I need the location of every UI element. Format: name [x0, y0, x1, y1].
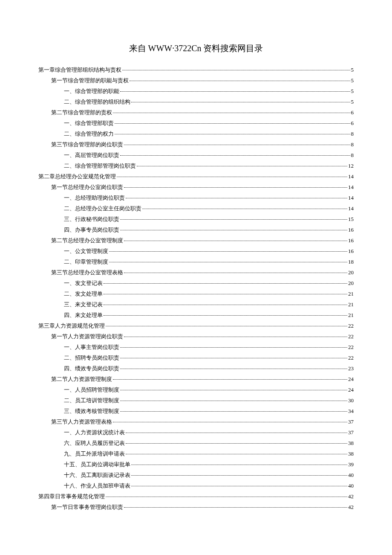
toc-entry[interactable]: 第三节综合管理部的岗位职责8	[38, 142, 354, 147]
toc-entry[interactable]: 二、综合管理部的组织结构5	[38, 99, 354, 105]
toc-entry[interactable]: 二、总经理办公室主任岗位职责14	[38, 206, 354, 211]
toc-leader-dots	[120, 411, 347, 412]
toc-leader-dots	[106, 497, 347, 497]
toc-entry[interactable]: 四、绩效专员岗位职责23	[38, 366, 354, 371]
toc-entry[interactable]: 一、发文登记表20	[38, 280, 354, 286]
toc-leader-dots	[124, 273, 347, 273]
toc-label: 四、绩效专员岗位职责	[64, 366, 119, 371]
toc-page-number: 22	[348, 334, 354, 339]
toc-label: 一、综合管理部的职能	[64, 88, 119, 94]
toc-label: 一、公文管理制度	[64, 248, 108, 254]
toc-page-number: 20	[348, 280, 354, 286]
toc-entry[interactable]: 二、员工培训管理制度30	[38, 398, 354, 403]
toc-entry[interactable]: 一、综合管理部职责6	[38, 120, 354, 126]
toc-label: 二、综合管理部管理岗位职责	[64, 163, 136, 169]
toc-leader-dots	[126, 454, 347, 454]
toc-label: 第三节人力资源管理表格	[51, 419, 112, 424]
toc-page-number: 40	[348, 483, 354, 488]
toc-label: 第三节综合管理部的岗位职责	[51, 142, 123, 147]
toc-entry[interactable]: 三、来文登记表21	[38, 302, 354, 307]
toc-label: 四、来文处理单	[64, 312, 103, 318]
toc-entry[interactable]: 第一节综合管理部的职能与责权5	[38, 78, 354, 83]
toc-label: 十五、员工岗位调动审批单	[64, 462, 130, 467]
toc-entry[interactable]: 第一节人力资源管理岗位职责22	[38, 334, 354, 339]
toc-leader-dots	[130, 81, 350, 81]
toc-leader-dots	[124, 337, 347, 337]
toc-leader-dots	[115, 123, 350, 124]
toc-page-number: 22	[348, 355, 354, 360]
toc-leader-dots	[113, 422, 347, 422]
toc-label: 第二节总经理办公室管理制度	[51, 238, 123, 243]
toc-page-number: 14	[348, 195, 354, 200]
toc-entry[interactable]: 第一节总经理办公室岗位职责14	[38, 184, 354, 190]
toc-entry[interactable]: 六、应聘人员履历登记表38	[38, 440, 354, 446]
toc-page-number: 30	[348, 398, 354, 403]
toc-page-number: 8	[351, 131, 354, 137]
toc-leader-dots	[104, 315, 347, 316]
toc-entry[interactable]: 三、绩效考核管理制度34	[38, 408, 354, 414]
toc-page-number: 14	[348, 174, 354, 179]
toc-page-number: 24	[348, 376, 354, 382]
toc-entry[interactable]: 一、人员招聘管理制度24	[38, 387, 354, 392]
toc-entry[interactable]: 二、综合管理部管理岗位职责12	[38, 163, 354, 169]
toc-entry[interactable]: 一、人力资源状况统计表37	[38, 430, 354, 435]
toc-entry[interactable]: 二、印章管理制度18	[38, 259, 354, 264]
toc-page-number: 22	[348, 323, 354, 328]
toc-entry[interactable]: 第二节综合管理部的责权6	[38, 110, 354, 115]
toc-label: 一、高层管理岗位职责	[64, 152, 119, 158]
toc-label: 十六、员工离职面谈记录表	[64, 472, 130, 478]
toc-page-number: 42	[348, 504, 354, 510]
toc-leader-dots	[120, 390, 347, 390]
toc-page-number: 40	[348, 472, 354, 478]
toc-page-number: 14	[348, 206, 354, 211]
toc-leader-dots	[124, 241, 347, 241]
toc-label: 第一节综合管理部的职能与责权	[51, 78, 129, 83]
toc-entry[interactable]: 一、人事主管岗位职责22	[38, 344, 354, 350]
toc-leader-dots	[115, 134, 350, 134]
toc-page-number: 8	[351, 152, 354, 158]
toc-page-number: 38	[348, 451, 354, 456]
toc-entry[interactable]: 一、高层管理岗位职责8	[38, 152, 354, 158]
toc-page-number: 23	[348, 366, 354, 371]
toc-entry[interactable]: 一、公文管理制度16	[38, 248, 354, 254]
toc-label: 第三节总经理办公室管理表格	[51, 270, 123, 275]
table-of-contents: 第一章综合管理部组织结构与责权5第一节综合管理部的职能与责权5一、综合管理部的职…	[38, 67, 354, 510]
toc-entry[interactable]: 九、员工外派培训申请表38	[38, 451, 354, 456]
toc-label: 一、综合管理部职责	[64, 120, 114, 126]
toc-page-number: 39	[348, 462, 354, 467]
toc-entry[interactable]: 第一章综合管理部组织结构与责权5	[38, 67, 354, 73]
toc-entry[interactable]: 第二节总经理办公室管理制度16	[38, 238, 354, 243]
page-title: 来自 WWW·3722Cn 资料搜索网目录	[38, 43, 354, 54]
toc-page-number: 21	[348, 302, 354, 307]
toc-entry[interactable]: 二、综合管理的权力8	[38, 131, 354, 137]
toc-label: 三、来文登记表	[64, 302, 103, 307]
toc-label: 一、人员招聘管理制度	[64, 387, 119, 392]
toc-entry[interactable]: 三、行政秘书岗位职责15	[38, 216, 354, 222]
toc-entry[interactable]: 十八、作业人员加班申请表40	[38, 483, 354, 488]
toc-entry[interactable]: 第二节人力资源管理制度24	[38, 376, 354, 382]
toc-entry[interactable]: 二、招聘专员岗位职责22	[38, 355, 354, 360]
toc-label: 第二节综合管理部的责权	[51, 110, 112, 115]
toc-entry[interactable]: 二、发文处理单21	[38, 291, 354, 296]
toc-label: 第三章人力资源规范化管理	[38, 323, 105, 328]
toc-entry[interactable]: 十五、员工岗位调动审批单39	[38, 462, 354, 467]
toc-label: 四、办事专员岗位职责	[64, 227, 119, 232]
toc-entry[interactable]: 第三节人力资源管理表格37	[38, 419, 354, 424]
toc-leader-dots	[126, 443, 347, 444]
toc-entry[interactable]: 第四章日常事务规范化管理42	[38, 494, 354, 499]
toc-entry[interactable]: 十六、员工离职面谈记录表40	[38, 472, 354, 478]
toc-entry[interactable]: 第三章人力资源规范化管理22	[38, 323, 354, 328]
toc-leader-dots	[124, 507, 347, 508]
toc-entry[interactable]: 第一节日常事务管理岗位职责42	[38, 504, 354, 510]
toc-entry[interactable]: 四、来文处理单21	[38, 312, 354, 318]
toc-entry[interactable]: 一、综合管理部的职能5	[38, 88, 354, 94]
toc-label: 六、应聘人员履历登记表	[64, 440, 125, 446]
toc-leader-dots	[120, 219, 347, 220]
toc-entry[interactable]: 第三节总经理办公室管理表格20	[38, 270, 354, 275]
toc-page-number: 5	[351, 88, 354, 94]
toc-entry[interactable]: 第二章总经理办公室规范化管理14	[38, 174, 354, 179]
toc-entry[interactable]: 一、总经理助理岗位职责14	[38, 195, 354, 200]
toc-entry[interactable]: 四、办事专员岗位职责16	[38, 227, 354, 232]
toc-page-number: 5	[351, 78, 354, 83]
toc-label: 一、人力资源状况统计表	[64, 430, 125, 435]
